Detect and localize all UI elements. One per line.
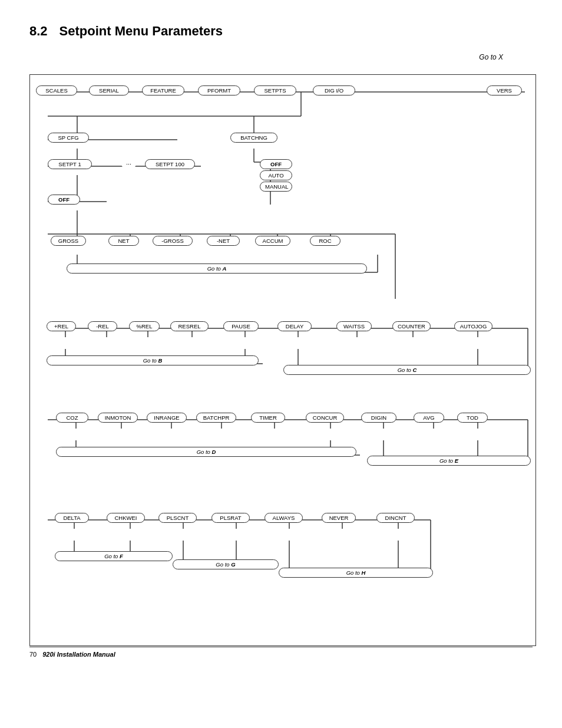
node-avg: AVG xyxy=(414,413,444,423)
node-never: NEVER xyxy=(322,513,356,523)
node-autojog: AUTOJOG xyxy=(454,321,492,331)
node-concur: CONCUR xyxy=(306,413,344,423)
node-plscnt: PLSCNT xyxy=(158,513,197,523)
node-resrel: RESREL xyxy=(170,321,209,331)
node-plus-rel: +REL xyxy=(47,321,76,331)
node-inrange: INRANGE xyxy=(147,413,187,423)
node-dincnt: DINCNT xyxy=(376,513,415,523)
node-tod: TOD xyxy=(457,413,488,423)
node-minus-rel: -REL xyxy=(88,321,117,331)
node-coz: COZ xyxy=(56,413,88,423)
node-off-batch: OFF xyxy=(260,159,292,169)
node-always: ALWAYS xyxy=(265,513,303,523)
node-pause: PAUSE xyxy=(223,321,259,331)
node-off-main: OFF xyxy=(48,195,80,205)
node-chkwei: CHKWEI xyxy=(107,513,145,523)
node-pct-rel: %REL xyxy=(129,321,160,331)
node-serial: SERIAL xyxy=(89,85,129,95)
goto-g: Go to G xyxy=(173,559,279,569)
section-title: Setpoint Menu Parameters xyxy=(59,24,223,39)
node-neg-net: -NET xyxy=(207,236,240,246)
goto-c: Go to C xyxy=(283,365,531,375)
node-accum: ACCUM xyxy=(255,236,290,246)
footer-page-number: 70 xyxy=(29,651,37,658)
goto-e: Go to E xyxy=(367,456,531,466)
node-digin: DIGIN xyxy=(361,413,396,423)
goto-a: Go to A xyxy=(67,263,367,274)
node-batchpr: BATCHPR xyxy=(196,413,236,423)
node-setpt1: SETPT 1 xyxy=(48,159,92,169)
node-scales: SCALES xyxy=(36,85,77,95)
goto-f: Go to F xyxy=(55,551,173,561)
node-timer: TIMER xyxy=(251,413,285,423)
footer-manual-title: 920i Installation Manual xyxy=(42,651,115,658)
goto-b: Go to B xyxy=(47,355,259,365)
diagram-container: SCALES SERIAL FEATURE PFORMT SETPTS DIG … xyxy=(29,74,536,646)
node-neg-gross: -GROSS xyxy=(153,236,193,246)
node-delay: DELAY xyxy=(277,321,312,331)
goto-d: Go to D xyxy=(56,447,356,457)
node-setpts: SETPTS xyxy=(254,85,296,95)
node-waitss: WAITSS xyxy=(336,321,372,331)
node-batchng: BATCHNG xyxy=(230,133,277,143)
node-net: NET xyxy=(108,236,139,246)
node-feature: FEATURE xyxy=(142,85,184,95)
node-vers: VERS xyxy=(487,85,522,95)
section-number: 8.2 xyxy=(29,24,48,39)
goto-h: Go to H xyxy=(279,568,433,578)
node-counter: COUNTER xyxy=(392,321,431,331)
node-digio: DIG I/O xyxy=(313,85,355,95)
node-ellipsis: ··· xyxy=(121,159,136,169)
goto-x-label: Go to X xyxy=(479,53,503,61)
node-spcfg: SP CFG xyxy=(48,133,89,143)
node-gross: GROSS xyxy=(51,236,86,246)
footer: 70 920i Installation Manual xyxy=(29,647,533,658)
node-pformt: PFORMT xyxy=(198,85,240,95)
node-auto: AUTO xyxy=(260,170,292,180)
node-setpt100: SETPT 100 xyxy=(145,159,195,169)
node-inmoton: INMOTON xyxy=(98,413,138,423)
node-delta: DELTA xyxy=(55,513,89,523)
node-roc: ROC xyxy=(310,236,340,246)
node-manual: MANUAL xyxy=(260,182,292,192)
node-plsrat: PLSRAT xyxy=(211,513,250,523)
